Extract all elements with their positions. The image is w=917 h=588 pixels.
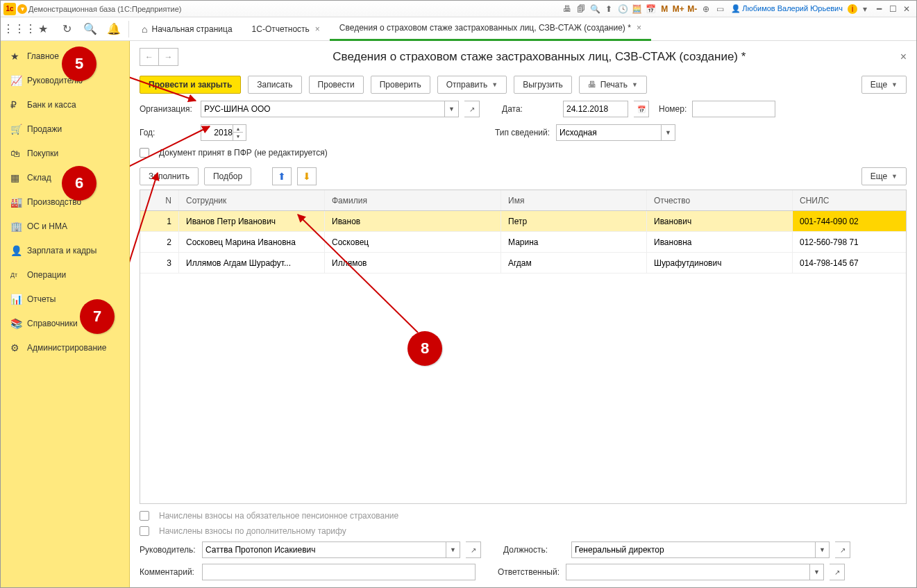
col-employee[interactable]: Сотрудник: [179, 190, 325, 210]
calendar-icon[interactable]: 📅: [634, 101, 649, 117]
open-icon[interactable]: ↗: [835, 541, 850, 558]
memory-mminus[interactable]: M-: [686, 3, 698, 15]
tab-home[interactable]: Начальная страница: [132, 17, 242, 41]
sidebar-item-assets[interactable]: 🏢ОС и НМА: [1, 214, 129, 238]
info-icon[interactable]: i: [848, 4, 857, 14]
number-field[interactable]: [692, 101, 775, 117]
col-name[interactable]: Имя: [501, 190, 647, 210]
cart-icon: 🛒: [10, 124, 27, 135]
pfr-checkbox[interactable]: [140, 148, 149, 158]
date-field[interactable]: 24.12.2018: [563, 101, 628, 117]
post-and-close-button[interactable]: Провести и закрыть: [140, 76, 241, 94]
sidebar-item-hr[interactable]: 👤Зарплата и кадры: [1, 238, 129, 262]
tab-reporting[interactable]: 1С-Отчетность×: [242, 17, 330, 41]
dropdown-icon[interactable]: ▾: [859, 3, 871, 15]
toolbar-icon[interactable]: 🗐: [575, 3, 587, 15]
pick-button[interactable]: Подбор: [204, 167, 251, 185]
apps-grid-icon[interactable]: ⋮⋮⋮: [8, 17, 31, 41]
send-button[interactable]: Отправить▼: [437, 76, 507, 94]
pension-contrib-checkbox[interactable]: [140, 511, 149, 521]
year-label: Год:: [140, 128, 195, 137]
boxes-icon: ▦: [10, 172, 27, 183]
sidebar-item-purchases[interactable]: 🛍Покупки: [1, 141, 129, 165]
open-icon[interactable]: ↗: [830, 564, 845, 580]
org-field[interactable]: РУС-ШИНА ООО▼: [201, 101, 459, 117]
toolbar-icon[interactable]: ⬆: [603, 3, 615, 15]
extra-tariff-label: Начислены взносы по дополнительному тари…: [159, 526, 346, 536]
nav-back-button[interactable]: ←: [140, 48, 159, 66]
post-button[interactable]: Провести: [309, 76, 364, 94]
col-patronymic[interactable]: Отчество: [647, 190, 793, 210]
close-icon[interactable]: ×: [637, 23, 641, 33]
close-icon[interactable]: ×: [900, 51, 907, 63]
tab-szv-stazh[interactable]: Сведения о страховом стаже застрахованны…: [330, 17, 651, 41]
toolbar-icon[interactable]: 🖶: [561, 3, 573, 15]
chevron-down-icon[interactable]: ▼: [809, 564, 823, 580]
sidebar-item-sales[interactable]: 🛒Продажи: [1, 117, 129, 141]
printer-icon: 🖶: [588, 80, 596, 90]
close-icon[interactable]: ×: [315, 24, 320, 34]
current-user[interactable]: Любимов Валерий Юрьевич: [731, 4, 843, 13]
export-button[interactable]: Выгрузить: [514, 76, 572, 94]
chevron-down-icon[interactable]: ▼: [661, 125, 675, 140]
history-icon[interactable]: ↻: [55, 17, 78, 41]
chevron-down-icon[interactable]: ▼: [815, 542, 829, 557]
toolbar-icon[interactable]: 🔍: [589, 3, 601, 15]
extra-tariff-checkbox[interactable]: [140, 526, 149, 536]
print-button[interactable]: 🖶Печать▼: [579, 76, 647, 94]
toolbar-icon[interactable]: ⊕: [700, 3, 712, 15]
toolbar-icon[interactable]: 📅: [644, 3, 657, 15]
more-button[interactable]: Еще▼: [861, 167, 907, 185]
chevron-down-icon[interactable]: ▼: [446, 542, 460, 557]
open-icon[interactable]: ↗: [464, 101, 480, 117]
minimize-icon[interactable]: ━: [873, 3, 885, 15]
table-row[interactable]: 3 Иллямов Агдам Шурафут... Иллямов Агдам…: [140, 253, 906, 274]
search-icon[interactable]: 🔍: [78, 17, 102, 41]
toolbar-icon[interactable]: 🧮: [630, 3, 643, 15]
col-n[interactable]: N: [140, 190, 179, 210]
check-button[interactable]: Проверить: [371, 76, 430, 94]
type-field[interactable]: Исходная▼: [556, 124, 675, 141]
maximize-icon[interactable]: ☐: [886, 3, 899, 15]
page-title: Сведения о страховом стаже застрахованны…: [188, 50, 891, 64]
chevron-down-icon: ▼: [891, 173, 898, 180]
comment-field[interactable]: [202, 564, 476, 580]
star-icon: ★: [10, 51, 27, 62]
spinner-icon[interactable]: ▲▼: [233, 125, 243, 140]
fill-button[interactable]: Заполнить: [140, 167, 199, 185]
memory-mplus[interactable]: M+: [672, 3, 684, 15]
app-tabs-bar: ⋮⋮⋮ ★ ↻ 🔍 🔔 Начальная страница 1С-Отчетн…: [1, 17, 916, 41]
pension-contrib-label: Начислены взносы на обязательное пенсион…: [159, 511, 398, 521]
app-logo-icon: 1c: [3, 3, 16, 15]
table-row[interactable]: 1 Иванов Петр Иванович Иванов Петр Ивано…: [140, 211, 906, 232]
window-title: Демонстрационная база (1С:Предприятие): [28, 5, 181, 13]
bag-icon: 🛍: [10, 148, 27, 159]
head-label: Руководитель:: [140, 545, 196, 555]
col-surname[interactable]: Фамилия: [325, 190, 501, 210]
year-field[interactable]: 2018▲▼: [201, 124, 246, 141]
col-snils[interactable]: СНИЛС: [793, 190, 906, 210]
nav-forward-button[interactable]: →: [159, 48, 178, 66]
sidebar-item-admin[interactable]: ⚙Администрирование: [1, 335, 129, 360]
chart-icon: 📈: [10, 75, 27, 86]
chevron-down-icon[interactable]: ▼: [444, 101, 458, 117]
memory-m[interactable]: M: [658, 3, 671, 15]
favorite-icon[interactable]: ★: [31, 17, 55, 41]
save-button[interactable]: Записать: [248, 76, 301, 94]
bell-icon[interactable]: 🔔: [102, 17, 126, 41]
table-row[interactable]: 2 Сосковец Марина Ивановна Сосковец Мари…: [140, 232, 906, 253]
close-icon[interactable]: ✕: [900, 3, 913, 15]
sidebar-item-bank[interactable]: ₽Банк и касса: [1, 92, 129, 117]
move-down-button[interactable]: ⬇: [297, 167, 317, 185]
open-icon[interactable]: ↗: [466, 541, 481, 558]
position-field[interactable]: Генеральный директор▼: [571, 541, 830, 558]
head-field[interactable]: Саттва Протопоп Исакиевич▼: [202, 541, 460, 558]
toolbar-icon[interactable]: 🕓: [616, 3, 629, 15]
app-menu-dropdown-icon[interactable]: ▾: [17, 4, 27, 14]
position-label: Должность:: [503, 545, 566, 555]
responsible-field[interactable]: ▼: [566, 564, 824, 580]
toolbar-icon[interactable]: ▭: [714, 3, 726, 15]
sidebar-item-operations[interactable]: ДтОперации: [1, 262, 129, 287]
move-up-button[interactable]: ⬆: [272, 167, 292, 185]
more-button[interactable]: Еще▼: [861, 76, 907, 94]
